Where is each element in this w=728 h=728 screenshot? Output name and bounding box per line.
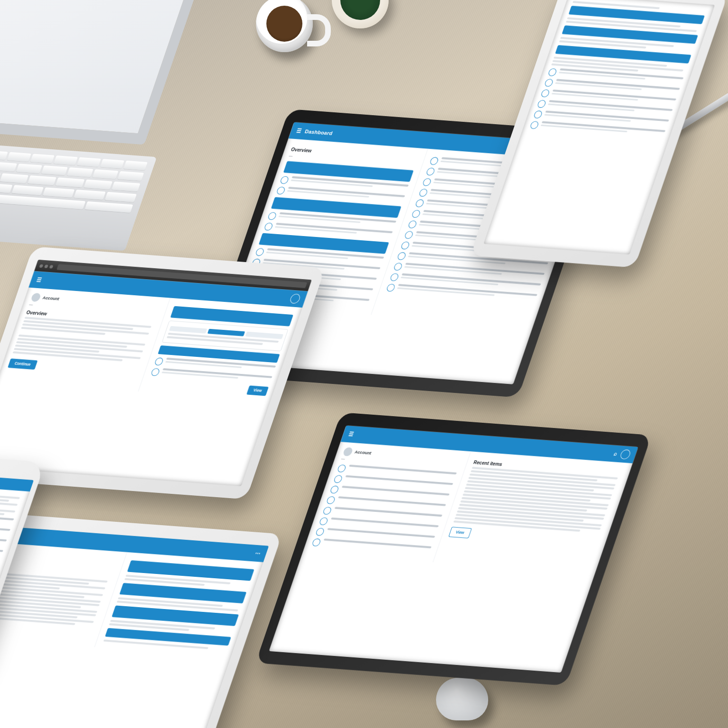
app-header	[0, 473, 34, 491]
nav-icon	[311, 538, 321, 546]
item-icon	[529, 121, 539, 129]
item-icon	[408, 220, 418, 228]
item-icon	[154, 357, 164, 365]
desk-scene: Continue ☰ Dashboard ⌕	[0, 0, 728, 728]
list-bullet-icon	[276, 186, 286, 194]
item-icon	[415, 199, 425, 207]
nav-icon	[326, 496, 336, 504]
app-title: Dashboard	[304, 128, 333, 136]
item-icon	[426, 167, 436, 175]
header-bar[interactable]	[569, 6, 705, 24]
item-icon	[547, 68, 557, 76]
primary-button[interactable]: Continue	[8, 358, 37, 369]
secondary-button[interactable]: View	[246, 385, 269, 396]
tablet-left: ☰ Account — Overview Continue	[0, 246, 325, 500]
item-icon	[393, 263, 403, 271]
avatar-icon[interactable]	[619, 449, 631, 460]
coffee-mug	[256, 0, 327, 62]
nav-icon	[322, 507, 332, 515]
user-name: Account	[42, 295, 60, 301]
tablet-bottom-right-screen[interactable]: ☰ ⌕ Account —	[269, 426, 638, 673]
item-icon	[540, 89, 550, 97]
laptop: Continue	[0, 0, 227, 259]
item-icon	[397, 252, 407, 260]
item-icon	[533, 110, 543, 118]
list-bullet-icon	[267, 212, 277, 220]
item-icon	[390, 273, 400, 281]
item-icon	[411, 210, 421, 218]
plant	[332, 0, 389, 28]
mouse	[436, 678, 488, 720]
list-bullet-icon	[264, 222, 273, 230]
menu-icon[interactable]: ☰	[36, 277, 42, 283]
user-name: Account	[354, 449, 372, 455]
list-bullet-icon	[280, 176, 290, 184]
tablet-portrait-top-screen[interactable]	[483, 0, 715, 255]
item-icon	[544, 79, 554, 87]
avatar-icon[interactable]	[289, 293, 301, 304]
tablet-bottom-right: ☰ ⌕ Account —	[255, 412, 652, 686]
nav-icon	[318, 517, 328, 525]
item-icon	[386, 284, 396, 292]
search-icon[interactable]: ⌕	[613, 451, 618, 457]
tablet-bottom-left-screen[interactable]: ☰ ⋯ Activity — Overview	[0, 525, 269, 728]
nav-icon	[333, 475, 343, 483]
menu-icon[interactable]: ☰	[348, 431, 355, 437]
nav-icon	[329, 485, 339, 493]
header-bar[interactable]	[555, 45, 691, 64]
user-avatar[interactable]	[342, 447, 354, 456]
more-icon[interactable]: ⋯	[255, 550, 262, 557]
item-icon	[537, 100, 546, 108]
laptop-screen: Continue	[0, 0, 210, 145]
item-icon	[419, 189, 428, 197]
panel-subheader[interactable]	[105, 628, 231, 646]
outline-button[interactable]: View	[448, 527, 472, 538]
item-icon	[429, 157, 439, 165]
item-icon	[151, 368, 161, 376]
menu-icon[interactable]: ☰	[296, 127, 302, 134]
item-icon	[422, 178, 432, 186]
user-avatar[interactable]	[30, 293, 42, 302]
list-bullet-icon	[255, 248, 265, 256]
header-bar[interactable]	[562, 26, 698, 44]
laptop-keyboard[interactable]	[0, 136, 157, 251]
nav-icon	[315, 528, 325, 536]
nav-icon	[337, 464, 346, 473]
tablet-bottom-left: ☰ ⋯ Activity — Overview	[0, 512, 282, 728]
tablet-left-screen[interactable]: ☰ Account — Overview Continue	[0, 260, 312, 486]
item-icon	[404, 231, 414, 239]
item-icon	[400, 241, 410, 249]
